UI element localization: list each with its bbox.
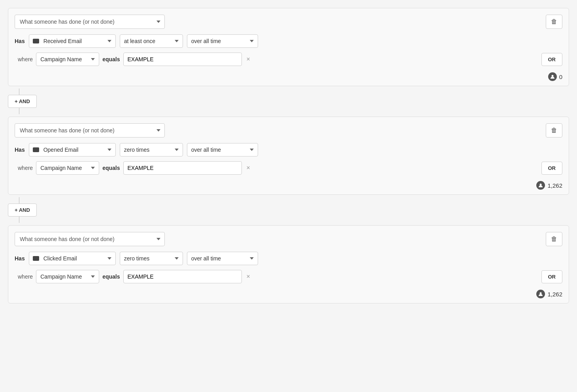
condition-header-1: What someone has done (or not done) 🗑 (15, 15, 562, 29)
count-value-1: 0 (559, 74, 562, 80)
vert-line-bottom-1 (19, 108, 19, 114)
clear-value-button-3[interactable]: × (245, 271, 252, 282)
clear-icon-3: × (247, 273, 250, 280)
person-icon-1 (548, 72, 557, 81)
property-select-3[interactable]: Campaign Name (36, 270, 99, 283)
value-input-1[interactable] (123, 53, 242, 66)
equals-label-2: equals (102, 165, 120, 171)
has-label-2: Has (15, 147, 25, 153)
vert-line-1 (19, 89, 19, 95)
or-button-1[interactable]: OR (541, 53, 563, 66)
and-button-1[interactable]: + AND (8, 95, 37, 108)
clear-value-button-1[interactable]: × (245, 54, 252, 64)
trash-icon-3: 🗑 (551, 236, 557, 243)
condition-header-3: What someone has done (or not done) 🗑 (15, 232, 562, 246)
top-row-1: What someone has done (or not done) (15, 15, 165, 29)
where-label-3: where (18, 273, 33, 280)
has-row-2: Has Opened Email zero times over all tim… (15, 143, 562, 156)
vert-line-2 (19, 197, 19, 204)
frequency-select-1[interactable]: at least once (120, 34, 183, 48)
has-label-1: Has (15, 38, 25, 44)
person-icon-3 (536, 290, 545, 298)
equals-label-3: equals (102, 273, 120, 280)
value-input-2[interactable] (123, 161, 242, 175)
condition-block-2: What someone has done (or not done) 🗑 Ha… (8, 117, 569, 195)
top-row-2: What someone has done (or not done) (15, 123, 165, 138)
clear-value-button-2[interactable]: × (245, 163, 252, 173)
where-row-2: where Campaign Name equals × OR (15, 161, 562, 175)
count-row-3: 1,262 (15, 288, 562, 298)
and-connector-1: + AND (8, 89, 569, 114)
clear-icon-2: × (247, 164, 250, 172)
event-select-3[interactable]: Clicked Email (29, 252, 116, 265)
timeframe-select-1[interactable]: over all time (187, 34, 258, 48)
event-select-1[interactable]: Received Email (29, 34, 116, 48)
frequency-select-2[interactable]: zero times (120, 143, 183, 156)
where-row-1: where Campaign Name equals × OR (15, 53, 562, 66)
property-select-1[interactable]: Campaign Name (36, 53, 99, 66)
has-label-3: Has (15, 255, 25, 262)
event-select-wrapper-2: Opened Email (29, 143, 116, 156)
and-button-2[interactable]: + AND (8, 204, 37, 217)
delete-button-1[interactable]: 🗑 (546, 15, 562, 29)
where-label-1: where (18, 56, 33, 62)
where-label-2: where (18, 165, 33, 171)
count-row-2: 1,262 (15, 179, 562, 190)
count-row-1: 0 (15, 71, 562, 81)
where-row-3: where Campaign Name equals × OR (15, 270, 562, 283)
trash-icon-2: 🗑 (551, 127, 557, 134)
property-select-2[interactable]: Campaign Name (36, 161, 99, 175)
clear-icon-1: × (247, 56, 250, 63)
timeframe-select-2[interactable]: over all time (187, 143, 258, 156)
or-button-2[interactable]: OR (541, 162, 563, 175)
person-icon-2 (536, 181, 545, 190)
main-condition-select-1[interactable]: What someone has done (or not done) (15, 15, 165, 29)
has-row-1: Has Received Email at least once over al… (15, 34, 562, 48)
condition-block-3: What someone has done (or not done) 🗑 Ha… (8, 225, 569, 303)
svg-point-2 (540, 292, 542, 294)
trash-icon-1: 🗑 (551, 18, 557, 25)
count-value-3: 1,262 (547, 291, 562, 298)
equals-label-1: equals (102, 56, 120, 62)
condition-block-1: What someone has done (or not done) 🗑 Ha… (8, 8, 569, 86)
event-select-2[interactable]: Opened Email (29, 143, 116, 156)
and-connector-2: + AND (8, 197, 569, 223)
main-condition-select-3[interactable]: What someone has done (or not done) (15, 232, 165, 246)
main-condition-select-2[interactable]: What someone has done (or not done) (15, 123, 165, 138)
or-button-3[interactable]: OR (541, 270, 563, 283)
count-value-2: 1,262 (547, 182, 562, 189)
event-select-wrapper-1: Received Email (29, 34, 116, 48)
svg-point-0 (551, 75, 553, 77)
vert-line-bottom-2 (19, 217, 19, 223)
top-row-3: What someone has done (or not done) (15, 232, 165, 246)
delete-button-3[interactable]: 🗑 (546, 232, 562, 246)
value-input-3[interactable] (123, 270, 242, 283)
condition-header-2: What someone has done (or not done) 🗑 (15, 123, 562, 138)
frequency-select-3[interactable]: zero times (120, 252, 183, 265)
timeframe-select-3[interactable]: over all time (187, 252, 258, 265)
delete-button-2[interactable]: 🗑 (546, 123, 562, 138)
event-select-wrapper-3: Clicked Email (29, 252, 116, 265)
svg-point-1 (540, 184, 542, 186)
has-row-3: Has Clicked Email zero times over all ti… (15, 252, 562, 265)
